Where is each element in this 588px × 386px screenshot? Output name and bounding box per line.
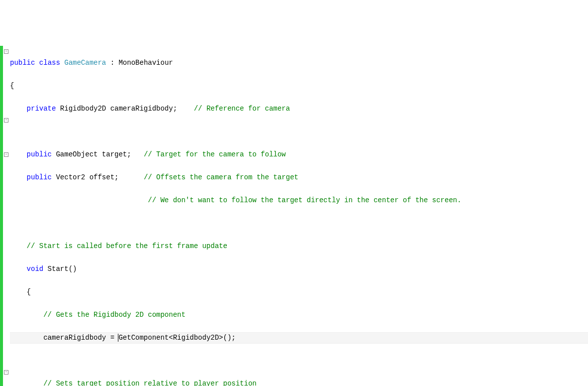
code-text: GameObject target; — [52, 150, 144, 158]
indent — [10, 380, 43, 386]
code-line[interactable] — [10, 126, 588, 137]
code-line[interactable]: void Start() — [10, 263, 588, 275]
code-line[interactable] — [10, 355, 588, 367]
keyword: public — [27, 173, 52, 181]
indent — [10, 105, 27, 113]
keyword: void — [27, 265, 44, 273]
indent — [27, 196, 148, 204]
type-name: GameCamera — [64, 59, 106, 67]
keyword: class — [39, 59, 60, 67]
code-text: Vector2 offset; — [52, 173, 144, 181]
fold-toggle-icon[interactable]: - — [4, 118, 8, 123]
indent — [10, 334, 43, 342]
keyword: public — [27, 150, 52, 158]
code-line[interactable]: public class GameCamera : MonoBehaviour — [10, 57, 588, 69]
brace: { — [27, 288, 31, 296]
code-line[interactable] — [10, 218, 588, 229]
fold-toggle-icon[interactable]: - — [4, 49, 8, 54]
code-editor[interactable]: - - - - public class GameCamera : MonoBe… — [0, 46, 588, 386]
fold-toggle-icon[interactable]: - — [4, 152, 8, 157]
code-line[interactable]: // Sets target position relative to play… — [10, 378, 588, 386]
code-line[interactable]: { — [10, 80, 588, 92]
keyword: private — [27, 105, 56, 113]
fold-gutter[interactable]: - - - - — [3, 46, 10, 386]
comment: // Offsets the camera from the target — [144, 173, 298, 181]
indent — [10, 288, 27, 296]
brace: { — [10, 82, 14, 90]
keyword: public — [10, 59, 35, 67]
comment: // Start is called before the first fram… — [27, 242, 227, 250]
indent — [10, 150, 27, 158]
code-text: Rigidbody2D cameraRigidbody; — [56, 105, 194, 113]
comment: // Target for the camera to follow — [144, 150, 286, 158]
code-line[interactable]: public Vector2 offset; // Offsets the ca… — [10, 172, 588, 183]
code-line[interactable]: // Start is called before the first fram… — [10, 241, 588, 252]
comment: // We don't want to follow the target di… — [148, 196, 461, 204]
indent — [10, 173, 27, 181]
fold-toggle-icon[interactable]: - — [4, 370, 8, 375]
comment: // Reference for camera — [194, 105, 290, 113]
code-line[interactable]: public GameObject target; // Target for … — [10, 149, 588, 160]
code-line[interactable]: private Rigidbody2D cameraRigidbody; // … — [10, 103, 588, 115]
indent — [10, 311, 43, 319]
code-text: Start() — [43, 265, 77, 273]
code-line[interactable]: { — [10, 286, 588, 298]
code-line[interactable]: // Gets the Rigidbody 2D component — [10, 309, 588, 321]
comment: // Sets target position relative to play… — [43, 380, 256, 386]
code-area[interactable]: public class GameCamera : MonoBehaviour … — [10, 46, 588, 386]
code-text: : MonoBehaviour — [106, 59, 173, 67]
code-text: GetComponent<Rigidbody2D>(); — [118, 334, 235, 342]
code-text: cameraRigidbody = — [43, 334, 118, 342]
code-line[interactable]: // We don't want to follow the target di… — [10, 195, 588, 206]
code-line-current[interactable]: cameraRigidbody = GetComponent<Rigidbody… — [10, 332, 588, 344]
indent — [10, 196, 27, 204]
indent — [10, 242, 27, 250]
indent — [10, 265, 27, 273]
comment: // Gets the Rigidbody 2D component — [43, 311, 186, 319]
